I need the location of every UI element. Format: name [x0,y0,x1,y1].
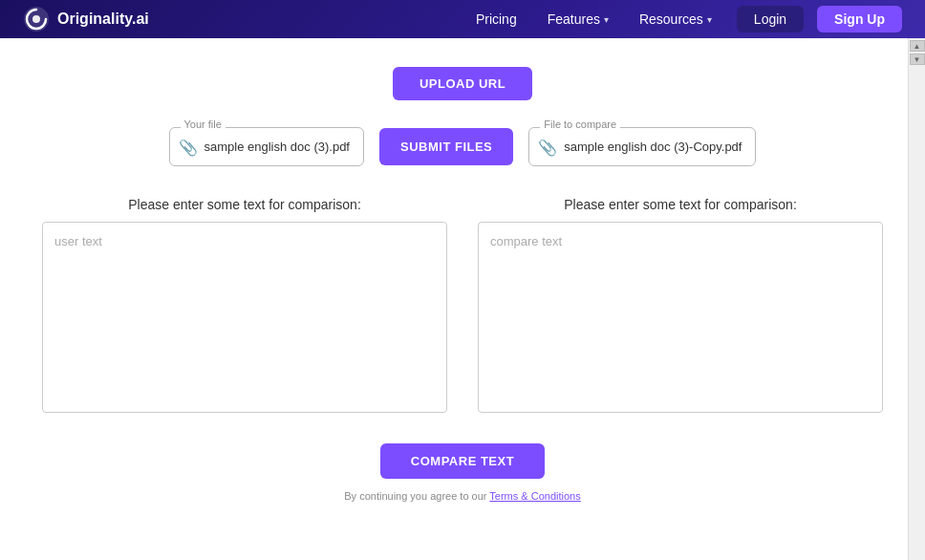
file-to-compare-label: File to compare [540,118,620,130]
logo[interactable]: Originality.ai [23,6,149,32]
compare-text-button[interactable]: COMPARE TEXT [380,443,545,479]
compare-file-name: sample english doc (3)-Copy.pdf [564,140,742,154]
text-compare-row: Please enter some text for comparison: P… [42,197,883,417]
text-compare-left: Please enter some text for comparison: [42,197,447,417]
logo-text: Originality.ai [57,11,149,28]
scroll-down-button[interactable]: ▼ [910,54,925,65]
main-content: ▲ ▼ UPLOAD URL Your file 📎 sample englis… [0,38,925,560]
scrollbar: ▲ ▼ [908,38,925,560]
compare-file-field[interactable]: 📎 sample english doc (3)-Copy.pdf [528,127,756,166]
nav-pricing[interactable]: Pricing [464,8,528,31]
your-file-icon: 📎 [179,138,198,156]
compare-file-wrapper: File to compare 📎 sample english doc (3)… [528,127,756,166]
your-file-wrapper: Your file 📎 sample english doc (3).pdf [169,127,364,166]
user-text-input[interactable] [42,222,447,413]
text-label-left: Please enter some text for comparison: [42,197,447,212]
resources-chevron-icon: ▾ [707,14,712,25]
compare-file-icon: 📎 [538,138,557,156]
nav-features[interactable]: Features ▾ [536,8,620,31]
nav-resources[interactable]: Resources ▾ [628,8,723,31]
compare-text-input[interactable] [478,222,883,413]
text-compare-right: Please enter some text for comparison: [478,197,883,417]
your-file-label: Your file [181,118,226,130]
navbar: Originality.ai Pricing Features ▾ Resour… [0,0,925,38]
nav-links: Pricing Features ▾ Resources ▾ Login Sig… [464,6,902,32]
your-file-field[interactable]: 📎 sample english doc (3).pdf [169,127,364,166]
text-label-right: Please enter some text for comparison: [478,197,883,212]
scroll-up-button[interactable]: ▲ [910,40,925,52]
files-row: Your file 📎 sample english doc (3).pdf S… [42,127,883,166]
upload-url-row: UPLOAD URL [42,67,883,100]
logo-icon [23,6,50,32]
compare-btn-row: COMPARE TEXT [42,443,883,479]
upload-url-button[interactable]: UPLOAD URL [393,67,532,100]
features-chevron-icon: ▾ [604,14,609,25]
terms-link[interactable]: Terms & Conditions [489,490,580,502]
svg-point-1 [32,15,40,23]
footer-note: By continuing you agree to our Terms & C… [42,490,883,502]
submit-files-button[interactable]: SUBMIT FILES [379,128,513,165]
login-button[interactable]: Login [737,6,804,32]
signup-button[interactable]: Sign Up [817,6,902,32]
your-file-name: sample english doc (3).pdf [204,140,350,154]
